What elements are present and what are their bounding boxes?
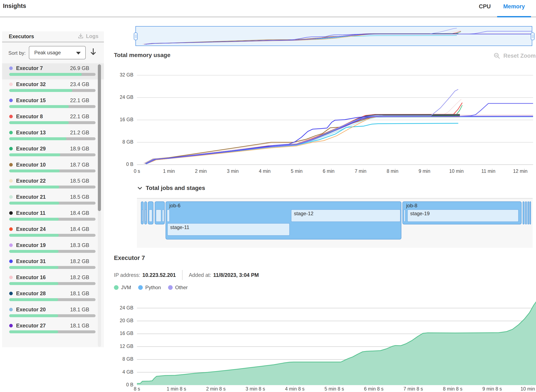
executor-color-dot [9, 324, 13, 327]
insights-page: Insights CPU Memory Executors Logs Sort … [0, 0, 536, 392]
sort-select[interactable]: Peak usage [29, 46, 86, 59]
executor-usage-bar [9, 298, 95, 301]
memory-line-executor-16 [146, 115, 533, 164]
brush-handle-right[interactable] [531, 33, 535, 40]
executor-peak-value: 18.5 GB [70, 178, 89, 184]
job-bar[interactable] [525, 201, 527, 224]
executor-row: Executor 1118.4 GB [9, 210, 95, 216]
executor-name: Executor 13 [16, 130, 46, 136]
executor-name: Executor 10 [16, 162, 46, 168]
logs-button[interactable]: Logs [78, 33, 99, 39]
y-axis-tick-label: 24 GB [109, 94, 133, 100]
executor-list-item[interactable]: Executor 2118.5 GB [2, 192, 104, 208]
tab-cpu[interactable]: CPU [474, 3, 495, 10]
executor-usage-bar-fill [9, 89, 72, 92]
executor-usage-bar [9, 169, 95, 172]
executor-usage-bar [9, 137, 95, 140]
executor-list-item[interactable]: Executor 3118.2 GB [2, 256, 104, 272]
executor-color-dot [9, 115, 13, 118]
brush-handle-left[interactable] [134, 33, 137, 40]
reset-zoom-button[interactable]: Reset Zoom [493, 52, 536, 59]
executor-list-item[interactable]: Executor 2418.4 GB [2, 224, 104, 240]
executor-list-item[interactable]: Executor 2918.9 GB [2, 144, 104, 160]
x-axis-tick-label: 1 min [151, 168, 187, 174]
stage-bar[interactable] [156, 209, 161, 222]
x-axis-tick-label: 0 s [119, 168, 155, 174]
x-axis-tick-label: 7 min [343, 168, 378, 174]
x-axis-tick-label: 4 min [247, 168, 282, 174]
stage-bar[interactable] [404, 209, 405, 222]
executor-name: Executor 29 [16, 146, 46, 152]
stage-bar[interactable]: stage-19 [407, 209, 519, 222]
executor-name: Executor 28 [16, 290, 46, 297]
executor-list-item[interactable]: Executor 2718.1 GB [2, 321, 104, 337]
executor-list-item[interactable]: Executor 822.1 GB [2, 112, 104, 128]
executor-usage-bar-fill [9, 234, 59, 237]
ip-address-value: 10.223.52.201 [142, 272, 176, 278]
executor-name: Executor 27 [16, 323, 46, 329]
stage-bar[interactable] [149, 209, 152, 222]
executor-usage-bar [9, 202, 95, 205]
scrollbar-thumb[interactable] [98, 64, 101, 211]
x-axis-tick-label: 1 min 8 s [159, 386, 194, 392]
sort-controls: Sort by: Peak usage [2, 45, 104, 62]
jobs-section-toggle[interactable]: Total jobs and stages [137, 185, 205, 191]
x-axis-tick-label: 2 min 8 s [198, 386, 234, 392]
sort-direction-descending-icon[interactable] [89, 48, 97, 56]
stage-bar[interactable] [142, 209, 143, 222]
page-header: Insights CPU Memory [0, 0, 536, 17]
executor-usage-bar-fill [9, 153, 60, 156]
executor-color-dot [9, 227, 13, 231]
executor-list-item[interactable]: Executor 3223.4 GB [2, 79, 104, 95]
job-bar[interactable] [527, 201, 529, 224]
executor-name: Executor 24 [16, 226, 46, 232]
memory-line-executor-7 [145, 89, 458, 163]
header-divider [0, 17, 536, 17]
executor-list-item[interactable]: Executor 1321.2 GB [2, 128, 104, 144]
executor-row: Executor 2818.1 GB [9, 290, 95, 297]
stage-bar[interactable] [145, 209, 146, 222]
job-bar[interactable] [530, 201, 531, 224]
tab-memory[interactable]: Memory [497, 3, 531, 10]
job-bar[interactable] [523, 201, 525, 224]
executor-list-item[interactable]: Executor 1118.4 GB [2, 208, 104, 224]
sort-select-value: Peak usage [34, 50, 61, 56]
timeline-brush[interactable] [136, 26, 532, 46]
executor-list-item[interactable]: Executor 1618.2 GB [2, 272, 104, 289]
stage-bar[interactable] [162, 209, 164, 222]
executor-color-dot [9, 243, 13, 247]
executor-list-item[interactable]: Executor 2818.1 GB [2, 289, 104, 305]
executor-list-item[interactable]: Executor 1018.7 GB [2, 160, 104, 176]
executor-row: Executor 3118.2 GB [9, 258, 95, 264]
x-axis-tick-label: 10 min 8 s [514, 386, 536, 392]
executor-usage-bar-fill [9, 314, 58, 317]
executor-memory-area-chart[interactable] [137, 295, 536, 385]
executor-color-dot [9, 308, 13, 311]
y-axis-tick-label: 16 GB [109, 331, 133, 336]
executor-usage-bar [9, 330, 95, 333]
executor-list-item[interactable]: Executor 2018.1 GB [2, 305, 104, 321]
stage-bar[interactable] [167, 209, 170, 222]
executor-color-dot [9, 131, 13, 134]
sort-by-label: Sort by: [8, 50, 26, 56]
executor-peak-value: 18.2 GB [70, 258, 89, 264]
executor-usage-bar-fill [9, 121, 69, 124]
ip-address-label: IP address: [114, 272, 140, 278]
executor-row: Executor 2018.1 GB [9, 306, 95, 313]
brush-minimap-chart [136, 27, 532, 46]
executor-usage-bar-fill [9, 73, 82, 76]
executor-list-item[interactable]: Executor 2218.5 GB [2, 176, 104, 192]
stage-label: stage-11 [170, 224, 189, 230]
stage-bar[interactable]: stage-11 [167, 223, 290, 236]
executor-row: Executor 1918.3 GB [9, 242, 95, 248]
executor-peak-value: 22.1 GB [70, 113, 89, 120]
executor-row: Executor 2918.9 GB [9, 145, 95, 152]
executor-list-item[interactable]: Executor 1522.1 GB [2, 95, 104, 112]
executor-usage-bar-fill [9, 218, 59, 221]
stage-bar[interactable]: stage-12 [291, 209, 400, 222]
x-axis-tick-label: 11 min [470, 168, 506, 174]
executor-list-item[interactable]: Executor 1918.3 GB [2, 240, 104, 256]
executor-color-dot [9, 83, 13, 86]
total-memory-usage-chart[interactable] [137, 69, 533, 167]
executor-list-item[interactable]: Executor 726.9 GB [2, 63, 104, 79]
